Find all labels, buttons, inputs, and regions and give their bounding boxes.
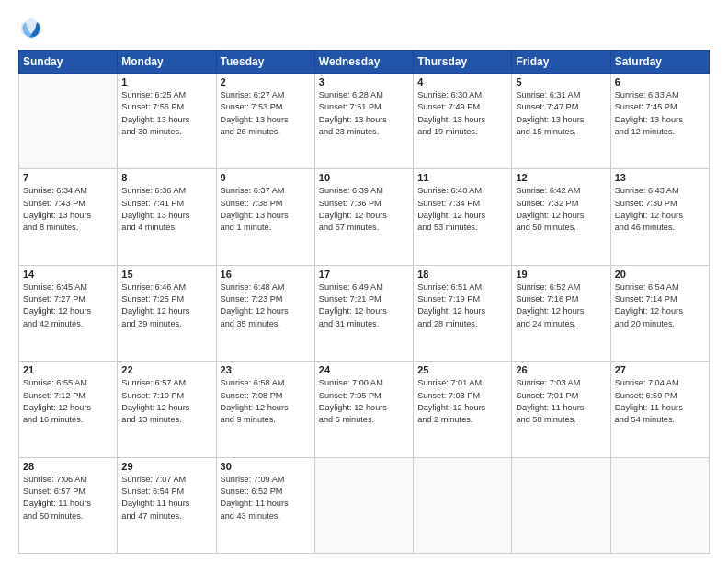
day-number: 15 (121, 269, 211, 280)
day-info: Sunrise: 7:00 AM Sunset: 7:05 PM Dayligh… (319, 377, 409, 426)
day-cell: 9Sunrise: 6:37 AM Sunset: 7:38 PM Daylig… (216, 169, 314, 265)
col-header-wednesday: Wednesday (314, 51, 413, 74)
day-info: Sunrise: 6:37 AM Sunset: 7:38 PM Dayligh… (221, 185, 311, 234)
day-number: 25 (417, 364, 507, 375)
day-cell: 20Sunrise: 6:54 AM Sunset: 7:14 PM Dayli… (610, 265, 709, 361)
day-info: Sunrise: 6:48 AM Sunset: 7:23 PM Dayligh… (221, 282, 311, 330)
week-row-1: 1Sunrise: 6:25 AM Sunset: 7:56 PM Daylig… (19, 74, 710, 169)
day-number: 22 (121, 364, 211, 375)
day-number: 26 (516, 364, 606, 375)
day-cell: 11Sunrise: 6:40 AM Sunset: 7:34 PM Dayli… (414, 169, 512, 265)
day-info: Sunrise: 6:49 AM Sunset: 7:21 PM Dayligh… (319, 282, 409, 330)
day-info: Sunrise: 6:40 AM Sunset: 7:34 PM Dayligh… (417, 185, 507, 234)
day-info: Sunrise: 6:51 AM Sunset: 7:19 PM Dayligh… (417, 282, 507, 330)
day-cell: 6Sunrise: 6:33 AM Sunset: 7:45 PM Daylig… (610, 74, 709, 169)
col-header-monday: Monday (118, 51, 216, 74)
day-info: Sunrise: 6:46 AM Sunset: 7:25 PM Dayligh… (121, 282, 211, 330)
day-info: Sunrise: 7:04 AM Sunset: 6:59 PM Dayligh… (615, 377, 705, 426)
page: SundayMondayTuesdayWednesdayThursdayFrid… (0, 0, 728, 563)
day-number: 23 (221, 364, 311, 375)
logo (18, 15, 48, 40)
day-cell: 1Sunrise: 6:25 AM Sunset: 7:56 PM Daylig… (118, 74, 216, 169)
day-cell: 14Sunrise: 6:45 AM Sunset: 7:27 PM Dayli… (19, 265, 118, 361)
day-cell: 27Sunrise: 7:04 AM Sunset: 6:59 PM Dayli… (610, 362, 709, 457)
day-cell (314, 457, 413, 553)
day-info: Sunrise: 6:43 AM Sunset: 7:30 PM Dayligh… (615, 185, 705, 234)
day-number: 30 (221, 461, 311, 472)
day-cell: 2Sunrise: 6:27 AM Sunset: 7:53 PM Daylig… (216, 74, 314, 169)
week-row-3: 14Sunrise: 6:45 AM Sunset: 7:27 PM Dayli… (19, 265, 710, 361)
day-info: Sunrise: 6:33 AM Sunset: 7:45 PM Dayligh… (615, 89, 705, 138)
day-number: 20 (615, 269, 705, 280)
day-info: Sunrise: 6:36 AM Sunset: 7:41 PM Dayligh… (121, 185, 211, 234)
column-headers: SundayMondayTuesdayWednesdayThursdayFrid… (19, 51, 710, 74)
day-number: 2 (221, 76, 311, 87)
day-number: 1 (121, 76, 211, 87)
week-row-5: 28Sunrise: 7:06 AM Sunset: 6:57 PM Dayli… (19, 457, 710, 553)
day-info: Sunrise: 6:45 AM Sunset: 7:27 PM Dayligh… (23, 282, 113, 330)
day-cell: 23Sunrise: 6:58 AM Sunset: 7:08 PM Dayli… (216, 362, 314, 457)
day-info: Sunrise: 6:42 AM Sunset: 7:32 PM Dayligh… (516, 185, 606, 234)
col-header-friday: Friday (512, 51, 610, 74)
day-cell: 21Sunrise: 6:55 AM Sunset: 7:12 PM Dayli… (19, 362, 118, 457)
day-info: Sunrise: 6:28 AM Sunset: 7:51 PM Dayligh… (319, 89, 409, 138)
week-row-2: 7Sunrise: 6:34 AM Sunset: 7:43 PM Daylig… (19, 169, 710, 265)
day-number: 24 (319, 364, 409, 375)
day-cell: 16Sunrise: 6:48 AM Sunset: 7:23 PM Dayli… (216, 265, 314, 361)
day-info: Sunrise: 6:34 AM Sunset: 7:43 PM Dayligh… (23, 185, 113, 234)
day-cell: 10Sunrise: 6:39 AM Sunset: 7:36 PM Dayli… (314, 169, 413, 265)
day-number: 21 (23, 364, 113, 375)
day-number: 6 (615, 76, 705, 87)
day-cell: 5Sunrise: 6:31 AM Sunset: 7:47 PM Daylig… (512, 74, 610, 169)
day-cell: 17Sunrise: 6:49 AM Sunset: 7:21 PM Dayli… (314, 265, 413, 361)
day-number: 17 (319, 269, 409, 280)
day-cell (610, 457, 709, 553)
day-number: 14 (23, 269, 113, 280)
day-info: Sunrise: 6:52 AM Sunset: 7:16 PM Dayligh… (516, 282, 606, 330)
day-number: 28 (23, 461, 113, 472)
day-cell: 4Sunrise: 6:30 AM Sunset: 7:49 PM Daylig… (414, 74, 512, 169)
day-info: Sunrise: 6:55 AM Sunset: 7:12 PM Dayligh… (23, 377, 113, 426)
col-header-sunday: Sunday (19, 51, 118, 74)
day-cell: 7Sunrise: 6:34 AM Sunset: 7:43 PM Daylig… (19, 169, 118, 265)
day-number: 10 (319, 172, 409, 183)
day-info: Sunrise: 6:27 AM Sunset: 7:53 PM Dayligh… (221, 89, 311, 138)
day-info: Sunrise: 7:09 AM Sunset: 6:52 PM Dayligh… (221, 474, 311, 523)
header (18, 15, 710, 40)
col-header-thursday: Thursday (414, 51, 512, 74)
logo-icon (18, 15, 44, 40)
day-number: 9 (221, 172, 311, 183)
day-cell: 13Sunrise: 6:43 AM Sunset: 7:30 PM Dayli… (610, 169, 709, 265)
day-cell (19, 74, 118, 169)
day-number: 19 (516, 269, 606, 280)
day-info: Sunrise: 6:54 AM Sunset: 7:14 PM Dayligh… (615, 282, 705, 330)
day-cell: 29Sunrise: 7:07 AM Sunset: 6:54 PM Dayli… (118, 457, 216, 553)
day-number: 8 (121, 172, 211, 183)
day-info: Sunrise: 6:57 AM Sunset: 7:10 PM Dayligh… (121, 377, 211, 426)
day-cell: 25Sunrise: 7:01 AM Sunset: 7:03 PM Dayli… (414, 362, 512, 457)
day-number: 13 (615, 172, 705, 183)
day-cell: 26Sunrise: 7:03 AM Sunset: 7:01 PM Dayli… (512, 362, 610, 457)
day-cell: 24Sunrise: 7:00 AM Sunset: 7:05 PM Dayli… (314, 362, 413, 457)
day-number: 12 (516, 172, 606, 183)
day-number: 7 (23, 172, 113, 183)
day-cell: 18Sunrise: 6:51 AM Sunset: 7:19 PM Dayli… (414, 265, 512, 361)
day-number: 5 (516, 76, 606, 87)
day-number: 3 (319, 76, 409, 87)
day-number: 18 (417, 269, 507, 280)
week-row-4: 21Sunrise: 6:55 AM Sunset: 7:12 PM Dayli… (19, 362, 710, 457)
day-info: Sunrise: 6:25 AM Sunset: 7:56 PM Dayligh… (121, 89, 211, 138)
day-info: Sunrise: 7:06 AM Sunset: 6:57 PM Dayligh… (23, 474, 113, 523)
day-info: Sunrise: 6:30 AM Sunset: 7:49 PM Dayligh… (417, 89, 507, 138)
day-cell (512, 457, 610, 553)
day-cell (414, 457, 512, 553)
day-number: 27 (615, 364, 705, 375)
day-cell: 22Sunrise: 6:57 AM Sunset: 7:10 PM Dayli… (118, 362, 216, 457)
col-header-saturday: Saturday (610, 51, 709, 74)
day-number: 11 (417, 172, 507, 183)
day-info: Sunrise: 7:07 AM Sunset: 6:54 PM Dayligh… (121, 474, 211, 523)
day-number: 4 (417, 76, 507, 87)
calendar-table: SundayMondayTuesdayWednesdayThursdayFrid… (18, 50, 710, 554)
day-info: Sunrise: 7:01 AM Sunset: 7:03 PM Dayligh… (417, 377, 507, 426)
day-info: Sunrise: 6:39 AM Sunset: 7:36 PM Dayligh… (319, 185, 409, 234)
